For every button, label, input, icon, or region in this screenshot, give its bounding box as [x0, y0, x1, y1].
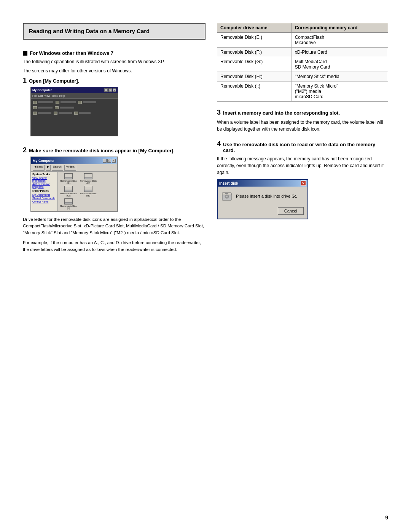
- table-row-3-card: MultiMediaCardSD Memory Card: [292, 57, 388, 72]
- sidebar-my-docs[interactable]: My Documents: [32, 193, 56, 196]
- disk-icon-e[interactable]: Removable Disk (E:): [59, 173, 78, 184]
- disk-img-e: [64, 173, 73, 179]
- step-2-body2: For example, if the computer has an A:, …: [23, 240, 206, 253]
- screenshot-explorer: My Computer _ □ × ◀ Back ▶ Search Folder…: [30, 157, 118, 212]
- step-4: 4 Use the removable disk icon to read or…: [217, 140, 388, 219]
- step-1: 1 Open [My Computer]. My Computer _ □ ×: [23, 77, 206, 141]
- explorer-minimize-btn[interactable]: _: [103, 159, 107, 163]
- table-col2-header: Corresponding memory card: [292, 23, 388, 33]
- intro-text-2: The screens may differ for other version…: [23, 67, 206, 74]
- toolbar-search-btn[interactable]: Search: [52, 165, 63, 171]
- disk-img-i: [64, 198, 73, 204]
- dark-text-1: [38, 101, 53, 103]
- dark-icon-7: [54, 112, 57, 115]
- sidebar-shared-docs[interactable]: Shared Documents: [32, 197, 56, 200]
- page-title: Reading and Writing Data on a Memory Car…: [29, 27, 199, 35]
- explorer-titlebar: My Computer _ □ ×: [31, 157, 117, 164]
- maximize-btn[interactable]: □: [108, 88, 112, 92]
- menu-help: Help: [59, 94, 65, 97]
- step-2-body: Drive letters for the removable disk ico…: [23, 216, 206, 236]
- step-3-title: Insert a memory card into the correspond…: [223, 110, 340, 116]
- dark-item-7: [54, 112, 72, 115]
- disk-img-f: [84, 173, 92, 179]
- dark-icon-2: [56, 101, 59, 104]
- step-1-title: Open [My Computer].: [29, 78, 79, 84]
- dark-titlebar: My Computer _ □ ×: [31, 87, 118, 93]
- table-row-2-drive: Removable Disk (F:): [217, 48, 292, 57]
- dark-item-8: [74, 112, 91, 115]
- step-4-heading: 4 Use the removable disk icon to read or…: [217, 140, 388, 153]
- table-row-4-drive: Removable Disk (H:): [217, 72, 292, 81]
- dark-text-6: [38, 112, 51, 114]
- dialog-disk-icon: [221, 191, 232, 202]
- explorer-maximize-btn[interactable]: □: [107, 159, 111, 163]
- dark-text-5: [60, 107, 74, 109]
- screenshot-my-computer: My Computer _ □ × File Edit View Tools H…: [30, 87, 118, 136]
- disk-svg-icon: [221, 191, 232, 202]
- step-4-number: 4: [217, 140, 221, 148]
- dark-icon-8: [74, 112, 78, 115]
- dark-icon-3: [78, 101, 82, 104]
- dark-icon-5: [55, 106, 59, 109]
- toolbar-folders-btn[interactable]: Folders: [64, 165, 76, 171]
- explorer-window-buttons: _ □ ×: [103, 159, 116, 163]
- windows-version-header: For Windows other than Windows 7: [23, 50, 206, 56]
- left-column: Reading and Writing Data on a Memory Car…: [23, 23, 206, 509]
- sidebar-add-remove[interactable]: Add or remove programs: [32, 183, 56, 188]
- disk-img-h: [84, 186, 92, 192]
- close-btn[interactable]: ×: [113, 88, 116, 92]
- dialog-titlebar: Insert disk ×: [218, 180, 307, 187]
- explorer-close-btn[interactable]: ×: [112, 159, 116, 163]
- disk-label-h: Removable Disk (H:): [79, 192, 97, 197]
- dark-item-3: [78, 101, 96, 104]
- table-row-2: Removable Disk (F:) xD-Picture Card: [217, 48, 388, 57]
- disk-label-i: Removable Disk (I:): [59, 205, 78, 209]
- dark-icon-1: [33, 101, 37, 104]
- dark-items-row3: [33, 112, 115, 116]
- disk-icon-i[interactable]: Removable Disk (I:): [59, 198, 78, 209]
- dark-content-area: [31, 99, 118, 118]
- toolbar-fwd-btn[interactable]: ▶: [46, 165, 51, 171]
- menu-tools: Tools: [51, 94, 57, 97]
- toolbar-back-btn[interactable]: ◀ Back: [33, 165, 45, 171]
- step-3: 3 Insert a memory card into the correspo…: [217, 109, 388, 135]
- dark-text-7: [59, 112, 72, 114]
- table-col1-header: Computer drive name: [217, 23, 292, 33]
- disk-label-g: Removable Disk (G:): [59, 192, 78, 197]
- dark-item-4: [33, 106, 53, 109]
- dark-text-4: [38, 107, 53, 109]
- table-row-1: Removable Disk (E:) CompactFlashMicrodri…: [217, 33, 388, 48]
- explorer-main-area: Removable Disk (E:) Removable Disk (F:) …: [58, 172, 117, 211]
- step-4-body: If the following message appears, the me…: [217, 155, 388, 176]
- dialog-message: Please insert a disk into drive G:.: [236, 193, 297, 199]
- dialog-title-text: Insert disk: [219, 181, 238, 185]
- minimize-btn[interactable]: _: [104, 88, 108, 92]
- menu-file: File: [32, 94, 37, 97]
- step-2-title: Make sure the removable disk icons appea…: [29, 148, 175, 153]
- menu-edit: Edit: [38, 94, 43, 97]
- step-1-number: 1: [23, 77, 27, 85]
- main-content: Reading and Writing Data on a Memory Car…: [23, 23, 388, 509]
- dark-items-row1: [33, 101, 115, 105]
- table-row-5-drive: Removable Disk (I:): [217, 81, 292, 102]
- step-2: 2 Make sure the removable disk icons app…: [23, 146, 206, 253]
- dark-titlebar-text: My Computer: [32, 88, 52, 92]
- dark-menubar: File Edit View Tools Help: [31, 93, 118, 99]
- disk-icon-h[interactable]: Removable Disk (H:): [79, 186, 97, 197]
- explorer-content: System Tasks View system information Add…: [31, 172, 117, 211]
- menu-view: View: [44, 94, 50, 97]
- sidebar-control-panel[interactable]: Control Panel: [32, 200, 56, 203]
- dialog-cancel-button[interactable]: Cancel: [278, 207, 304, 215]
- explorer-title-text: My Computer: [33, 159, 55, 163]
- dark-item-6: [33, 112, 51, 115]
- step-1-heading: 1 Open [My Computer].: [23, 77, 206, 85]
- disk-label-e: Removable Disk (E:): [59, 180, 78, 184]
- dialog-close-btn[interactable]: ×: [301, 181, 306, 186]
- disk-icon-f[interactable]: Removable Disk (F:): [79, 173, 97, 184]
- svg-rect-2: [225, 193, 228, 194]
- sidebar-view-info[interactable]: View system information: [32, 177, 56, 182]
- svg-point-4: [226, 196, 228, 197]
- page-container: Reading and Writing Data on a Memory Car…: [0, 0, 411, 532]
- dialog-body: Please insert a disk into drive G:.: [218, 187, 307, 206]
- disk-icon-g[interactable]: Removable Disk (G:): [59, 186, 78, 197]
